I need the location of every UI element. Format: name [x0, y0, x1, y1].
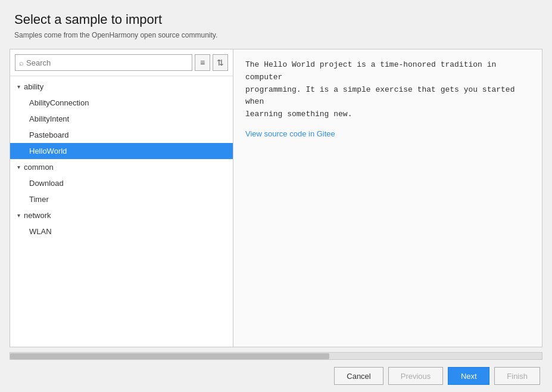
tree-group-header-ability[interactable]: ▾ ability — [10, 79, 233, 95]
tree-group-network: ▾ network WLAN — [10, 207, 233, 239]
cancel-button[interactable]: Cancel — [334, 367, 383, 385]
tree-group-header-network[interactable]: ▾ network — [10, 207, 233, 223]
tree-item-label: HelloWorld — [29, 147, 67, 155]
tree-item-label: AbilityConnection — [29, 98, 89, 107]
tree-group-ability: ▾ ability AbilityConnection AbilityInten… — [10, 79, 233, 159]
tree-item-Timer[interactable]: Timer — [10, 191, 233, 207]
tree-group-header-common[interactable]: ▾ common — [10, 159, 233, 175]
tree-list: ▾ ability AbilityConnection AbilityInten… — [10, 76, 233, 347]
tree-group-common: ▾ common Download Timer — [10, 159, 233, 207]
gitee-link[interactable]: View source code in Gitee — [245, 129, 335, 138]
dialog-subtitle: Samples come from the OpenHarmony open s… — [14, 31, 538, 39]
tree-item-WLAN[interactable]: WLAN — [10, 223, 233, 239]
tree-item-AbilityIntent[interactable]: AbilityIntent — [10, 111, 233, 127]
dialog: Select a sample to import Samples come f… — [0, 0, 552, 392]
tree-item-label: WLAN — [29, 227, 52, 236]
dialog-footer: Cancel Previous Next Finish — [0, 360, 552, 392]
search-bar: ⌕ ≡ ⇅ — [10, 49, 233, 76]
left-panel: ⌕ ≡ ⇅ ▾ ability AbilityConnection — [10, 49, 233, 347]
tree-item-AbilityConnection[interactable]: AbilityConnection — [10, 95, 233, 111]
detail-description: The Hello World project is a time-honore… — [245, 59, 530, 121]
dialog-content: ⌕ ≡ ⇅ ▾ ability AbilityConnection — [10, 49, 542, 347]
page-title: Select a sample to import — [14, 12, 538, 27]
search-input-wrapper[interactable]: ⌕ — [15, 54, 192, 71]
tree-item-label: Timer — [29, 195, 49, 204]
next-button[interactable]: Next — [448, 367, 489, 385]
tree-item-label: AbilityIntent — [29, 114, 69, 123]
right-panel: The Hello World project is a time-honore… — [233, 49, 542, 347]
group-label-network: network — [24, 211, 51, 220]
tree-item-label: Pasteboard — [29, 130, 69, 139]
scrollbar-thumb — [10, 353, 329, 359]
tree-item-label: Download — [29, 179, 64, 188]
previous-button[interactable]: Previous — [388, 367, 444, 385]
group-label-common: common — [24, 163, 54, 172]
horizontal-scrollbar[interactable] — [10, 352, 542, 360]
dialog-header: Select a sample to import Samples come f… — [0, 0, 552, 44]
tree-item-HelloWorld[interactable]: HelloWorld — [10, 143, 233, 159]
search-icon: ⌕ — [19, 58, 24, 67]
tree-item-Download[interactable]: Download — [10, 175, 233, 191]
chevron-down-icon: ▾ — [17, 212, 20, 219]
finish-button[interactable]: Finish — [494, 367, 540, 385]
search-input[interactable] — [26, 58, 188, 67]
chevron-down-icon: ▾ — [17, 164, 20, 170]
sort-descending-button[interactable]: ⇅ — [213, 54, 228, 71]
group-label-ability: ability — [24, 82, 43, 91]
sort-ascending-button[interactable]: ≡ — [195, 54, 210, 71]
chevron-down-icon: ▾ — [17, 83, 20, 90]
tree-item-Pasteboard[interactable]: Pasteboard — [10, 127, 233, 143]
